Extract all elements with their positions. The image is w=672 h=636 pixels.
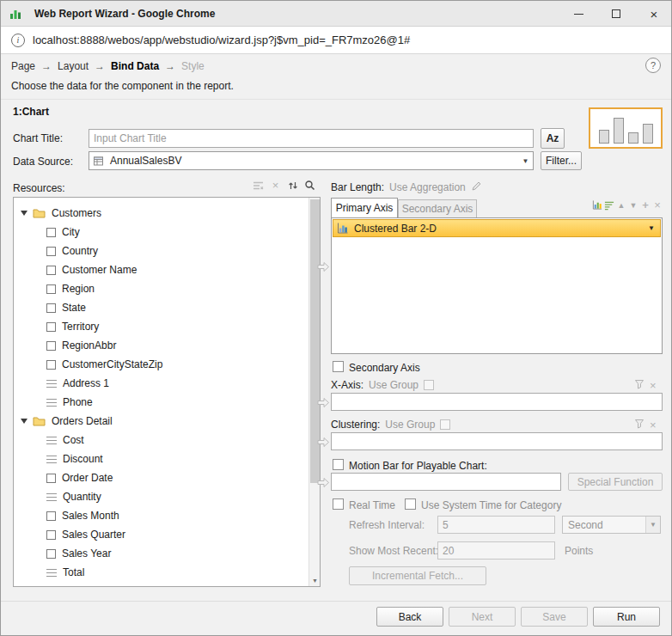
data-source-value: AnnualSalesBV	[110, 155, 181, 167]
preview-bar	[628, 132, 638, 144]
minimize-button[interactable]	[559, 1, 597, 27]
field-list-icon[interactable]	[604, 199, 614, 211]
tree-node-country[interactable]: Country	[14, 242, 309, 260]
clustering-input[interactable]	[331, 432, 663, 450]
transfer-arrow-icon	[317, 396, 330, 412]
dropdown-arrow-zone[interactable]: ▼	[645, 517, 660, 533]
axis-field-list[interactable]: Clustered Bar 2-D ▼	[331, 217, 663, 354]
tree-node-sales-month[interactable]: Sales Month	[14, 506, 309, 525]
use-group-label: Use Group	[385, 419, 435, 431]
tree-node-address-1[interactable]: Address 1	[14, 374, 309, 393]
step-bind-data[interactable]: Bind Data	[111, 60, 159, 72]
move-down-icon[interactable]: ▼	[628, 199, 638, 211]
real-time-checkbox[interactable]	[333, 498, 344, 510]
tree-node-state[interactable]: State	[14, 298, 309, 317]
tab-secondary-axis[interactable]: Secondary Axis	[398, 199, 477, 217]
dropdown-arrow-zone[interactable]: ▼	[518, 152, 533, 169]
help-button[interactable]: ?	[645, 58, 661, 73]
incremental-fetch-button[interactable]: Incremental Fetch...	[349, 566, 486, 585]
chevron-down-icon[interactable]: ▼	[648, 224, 655, 232]
tree-node-phone[interactable]: Phone	[14, 393, 309, 412]
secondary-axis-checkbox[interactable]	[333, 361, 344, 372]
x-axis-input[interactable]	[331, 393, 663, 411]
filter-button[interactable]: Filter...	[541, 151, 582, 170]
show-most-recent-input[interactable]	[437, 541, 555, 560]
move-up-icon[interactable]: ▲	[616, 199, 626, 211]
clear-icon[interactable]: ×	[269, 179, 282, 192]
clear-icon[interactable]: ×	[650, 380, 657, 391]
tree-node-quantity[interactable]: Quantity	[14, 487, 309, 506]
wizard-instruction: Choose the data for the component in the…	[11, 80, 234, 92]
use-group-checkbox[interactable]	[424, 380, 434, 390]
tree-node-customers[interactable]: Customers	[14, 204, 309, 223]
search-icon[interactable]	[303, 179, 316, 192]
sort-icon[interactable]	[286, 179, 299, 192]
tree-node-customer-name[interactable]: Customer Name	[14, 260, 309, 279]
step-style[interactable]: Style	[181, 60, 205, 72]
address-url[interactable]: localhost:8888/webos/app/webstudio/wizar…	[33, 34, 410, 46]
tree-node-discount[interactable]: Discount	[14, 449, 309, 468]
collapse-icon[interactable]	[21, 419, 27, 424]
tree-node-label: Customer Name	[62, 264, 137, 276]
tree-node-region[interactable]: Region	[14, 279, 309, 298]
chart-type-value: Clustered Bar 2-D	[354, 223, 437, 235]
insert-chart-icon[interactable]	[592, 199, 602, 211]
clear-icon[interactable]: ×	[650, 419, 657, 431]
chart-preview-thumbnail[interactable]	[589, 107, 663, 149]
font-style-button[interactable]: Az	[541, 128, 565, 149]
system-time-checkbox[interactable]	[405, 498, 416, 510]
use-aggregation-label[interactable]: Use Aggregation	[389, 181, 466, 193]
maximize-button[interactable]	[597, 1, 635, 27]
tree-node-orders-detail[interactable]: Orders Detail	[14, 412, 309, 431]
motion-bar-input[interactable]	[331, 473, 561, 491]
remove-icon[interactable]: ×	[652, 199, 663, 211]
next-button[interactable]: Next	[449, 607, 516, 627]
assign-fields-icon[interactable]	[252, 179, 265, 192]
tree-node-clipped[interactable]	[14, 582, 309, 587]
close-button[interactable]: ×	[635, 1, 672, 27]
info-icon[interactable]: i	[11, 34, 25, 47]
dimension-field-icon	[46, 360, 56, 370]
tree-node-sales-quarter[interactable]: Sales Quarter	[14, 525, 309, 544]
tree-node-total[interactable]: Total	[14, 563, 309, 582]
preview-bar	[614, 118, 624, 144]
tree-node-label: Quantity	[63, 491, 101, 503]
filter-funnel-icon[interactable]	[634, 377, 645, 393]
transfer-arrow-icon	[317, 476, 330, 492]
chart-title-input[interactable]	[89, 129, 534, 148]
refresh-interval-input[interactable]	[437, 516, 555, 534]
tree-node-customercitystatezip[interactable]: CustomerCityStateZip	[14, 355, 309, 374]
step-page[interactable]: Page	[11, 60, 35, 72]
tree-node-territory[interactable]: Territory	[14, 317, 309, 336]
add-icon[interactable]: +	[640, 199, 651, 211]
data-source-select[interactable]: AnnualSalesBV ▼	[89, 151, 534, 170]
tree-node-regionabbr[interactable]: RegionAbbr	[14, 336, 309, 355]
data-source-label: Data Source:	[13, 156, 73, 168]
detail-field-icon	[46, 399, 57, 407]
run-button[interactable]: Run	[593, 607, 660, 627]
pencil-icon[interactable]	[471, 180, 482, 195]
refresh-unit-select[interactable]: Second ▼	[562, 516, 661, 534]
dimension-field-icon	[46, 474, 56, 483]
back-button[interactable]: Back	[376, 607, 443, 627]
tree-scrollbar[interactable]: ▼	[309, 198, 320, 586]
collapse-icon[interactable]	[21, 211, 27, 216]
tree-node-label: State	[62, 302, 86, 314]
tree-node-order-date[interactable]: Order Date	[14, 468, 309, 487]
filter-funnel-icon[interactable]	[634, 417, 645, 432]
scroll-down-button[interactable]: ▼	[309, 574, 321, 586]
step-layout[interactable]: Layout	[58, 60, 89, 72]
tree-node-cost[interactable]: Cost	[14, 431, 309, 449]
tab-primary-axis[interactable]: Primary Axis	[331, 198, 398, 217]
chart-type-row[interactable]: Clustered Bar 2-D ▼	[333, 219, 661, 237]
save-button[interactable]: Save	[521, 607, 588, 627]
tree-node-sales-year[interactable]: Sales Year	[14, 544, 309, 563]
tree-node-city[interactable]: City	[14, 223, 309, 242]
use-group-checkbox[interactable]	[440, 419, 450, 430]
tree-node-label: Customers	[52, 207, 101, 219]
motion-bar-checkbox[interactable]	[333, 459, 344, 470]
tree-node-label: Address 1	[63, 377, 109, 389]
resources-label: Resources:	[13, 182, 65, 194]
resources-tree: Customers City Country Customer Name Reg…	[14, 198, 309, 587]
special-function-button[interactable]: Special Function	[568, 473, 663, 491]
